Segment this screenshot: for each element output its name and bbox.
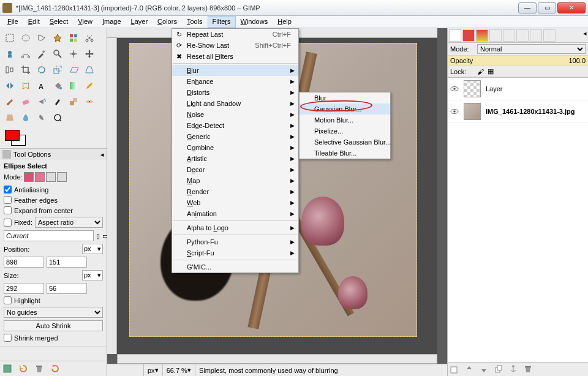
horizontal-scrollbar[interactable]	[117, 354, 437, 364]
blur-gaussian[interactable]: Gaussian Blur...	[300, 103, 390, 115]
tool-paths[interactable]	[18, 47, 33, 61]
guides-select[interactable]: No guides	[4, 307, 103, 318]
tool-scissors[interactable]	[82, 31, 97, 45]
tool-eraser[interactable]	[18, 94, 33, 109]
menu-help[interactable]: Help	[273, 16, 296, 28]
fixed-select[interactable]: Aspect ratio	[35, 217, 103, 228]
filters-alpha-to-logo[interactable]: Alpha to Logo▶	[172, 222, 298, 233]
tool-blend[interactable]	[66, 78, 81, 93]
tool-zoom[interactable]	[50, 47, 65, 61]
filters-decor[interactable]: Decor▶	[172, 164, 298, 175]
filters-noise[interactable]: Noise▶	[172, 109, 298, 120]
tool-airbrush[interactable]	[34, 94, 49, 109]
filters-combine[interactable]: Combine▶	[172, 142, 298, 153]
menu-image[interactable]: Image	[97, 16, 126, 28]
menu-layer[interactable]: Layer	[126, 16, 153, 28]
panel-menu-icon[interactable]: ◂	[583, 29, 587, 41]
blur-blur[interactable]: Blur	[300, 92, 390, 103]
tool-crop[interactable]	[18, 62, 33, 77]
tool-measure[interactable]	[66, 47, 81, 61]
tool-clone[interactable]	[66, 94, 81, 109]
save-options-icon[interactable]	[2, 364, 12, 374]
pos-unit[interactable]: px▾	[82, 244, 103, 254]
tool-cage[interactable]	[18, 78, 33, 93]
filters-blur[interactable]: Blur▶	[172, 65, 298, 76]
tool-free-select[interactable]	[34, 31, 49, 45]
menu-tools[interactable]: Tools	[182, 16, 208, 28]
tool-blur-sharpen[interactable]	[18, 110, 33, 125]
blend-mode-select[interactable]: Normal	[477, 44, 586, 54]
filters-edge-detect[interactable]: Edge-Detect▶	[172, 120, 298, 131]
blur-selective-gaussian[interactable]: Selective Gaussian Blur...	[300, 137, 390, 148]
tool-foreground-select[interactable]	[2, 47, 17, 61]
size-w-input[interactable]	[4, 283, 44, 294]
new-layer-icon[interactable]	[450, 365, 459, 374]
tab-text[interactable]	[516, 29, 529, 42]
filters-distorts[interactable]: Distorts▶	[172, 87, 298, 98]
filters-artistic[interactable]: Artistic▶	[172, 153, 298, 164]
tool-ellipse-select[interactable]	[18, 31, 33, 45]
filters-script-fu[interactable]: Script-Fu▶	[172, 247, 298, 258]
filters-light-shadow[interactable]: Light and Shadow▶	[172, 98, 298, 109]
pos-x-input[interactable]	[4, 257, 44, 268]
tool-bucket-fill[interactable]	[50, 78, 65, 93]
tool-heal[interactable]	[82, 94, 97, 109]
filters-generic[interactable]: Generic▶	[172, 131, 298, 142]
tab-layers[interactable]	[449, 29, 461, 42]
filters-map[interactable]: Map▶	[172, 175, 298, 186]
blur-pixelize[interactable]: Pixelize...	[300, 126, 390, 137]
delete-options-icon[interactable]	[34, 364, 44, 374]
lower-layer-icon[interactable]	[480, 365, 488, 374]
layer-row[interactable]: Layer	[448, 78, 588, 100]
lock-alpha-icon[interactable]: ▦	[488, 67, 494, 75]
feather-checkbox[interactable]	[4, 196, 12, 204]
filters-reshow-last[interactable]: ⟳Re-Show LastShift+Ctrl+F	[172, 40, 298, 51]
panel-menu-icon[interactable]: ◂	[100, 151, 104, 159]
blur-tileable[interactable]: Tileable Blur...	[300, 148, 390, 159]
opacity-value[interactable]: 100.0	[566, 57, 586, 64]
filters-gmic[interactable]: G'MIC...	[172, 261, 298, 273]
tool-flip[interactable]	[2, 78, 17, 93]
duplicate-layer-icon[interactable]	[494, 365, 503, 374]
visibility-icon[interactable]	[450, 108, 459, 115]
filters-animation[interactable]: Animation▶	[172, 208, 298, 219]
filters-python-fu[interactable]: Python-Fu▶	[172, 236, 298, 247]
menu-file[interactable]: File	[2, 16, 23, 28]
reset-options-icon[interactable]	[50, 364, 60, 374]
tool-fuzzy-select[interactable]	[50, 31, 65, 45]
visibility-icon[interactable]	[450, 86, 459, 92]
tool-dodge-burn[interactable]	[50, 110, 65, 125]
filters-repeat-last[interactable]: ↻Repeat LastCtrl+F	[172, 29, 298, 40]
tool-paintbrush[interactable]	[2, 94, 17, 109]
size-unit[interactable]: px▾	[82, 270, 103, 280]
tool-rotate[interactable]	[34, 62, 49, 77]
filters-render[interactable]: Render▶	[172, 186, 298, 197]
menu-filters[interactable]: Filters	[208, 16, 236, 28]
menu-edit[interactable]: Edit	[23, 16, 45, 28]
mode-intersect[interactable]	[57, 172, 67, 182]
tool-text[interactable]: A	[34, 78, 49, 93]
antialias-checkbox[interactable]	[4, 186, 12, 194]
status-unit[interactable]: px ▾	[144, 364, 163, 376]
tool-smudge[interactable]	[34, 110, 49, 125]
tool-pencil[interactable]	[82, 78, 97, 93]
tab-undo[interactable]	[489, 29, 502, 42]
minimize-button[interactable]: —	[518, 2, 537, 13]
menu-select[interactable]: Select	[45, 16, 74, 28]
menu-view[interactable]: View	[73, 16, 97, 28]
tool-rect-select[interactable]	[2, 31, 17, 45]
tool-perspective-clone[interactable]	[2, 110, 17, 125]
portrait-icon[interactable]: ▯	[96, 232, 100, 240]
filters-web[interactable]: Web▶	[172, 197, 298, 208]
auto-shrink-button[interactable]: Auto Shrink	[4, 320, 103, 331]
tool-ink[interactable]	[50, 94, 65, 109]
tool-align[interactable]	[2, 62, 17, 77]
pos-y-input[interactable]	[47, 257, 87, 268]
menu-colors[interactable]: Colors	[153, 16, 182, 28]
mode-replace[interactable]	[24, 172, 34, 182]
tab-paths[interactable]	[476, 29, 488, 42]
lock-pixels-icon[interactable]: 🖌	[477, 68, 484, 75]
tool-color-picker[interactable]	[34, 47, 49, 61]
status-zoom[interactable]: 66.7 % ▾	[163, 364, 195, 376]
expand-checkbox[interactable]	[4, 206, 12, 214]
